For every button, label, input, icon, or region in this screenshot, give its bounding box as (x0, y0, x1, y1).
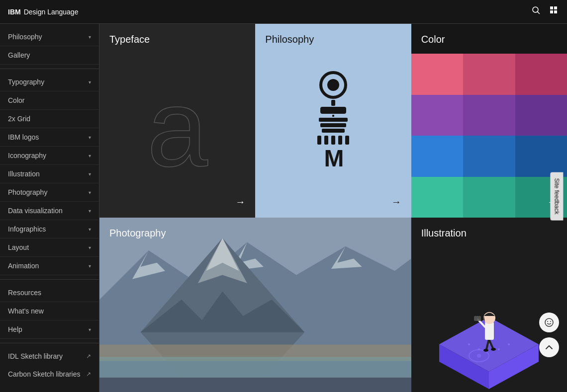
svg-point-38 (545, 318, 553, 326)
sidebar-item-photography[interactable]: Photography ▾ (0, 183, 99, 202)
sidebar-item-layout[interactable]: Layout ▾ (0, 238, 99, 257)
site-feedback-tab[interactable]: Site feedback (551, 172, 564, 220)
typeface-arrow: → (235, 196, 245, 208)
sidebar-item-color[interactable]: Color (0, 91, 99, 110)
chevron-icon: ▾ (89, 171, 91, 177)
sidebar-item-2xgrid[interactable]: 2x Grid (0, 110, 99, 128)
typeface-letter: a (147, 74, 207, 183)
svg-point-21 (468, 343, 470, 345)
svg-rect-3 (554, 6, 557, 9)
swatch-2 (463, 54, 515, 95)
header-actions (531, 5, 559, 18)
svg-point-30 (483, 349, 488, 352)
svg-rect-5 (554, 10, 557, 13)
chevron-icon: ▾ (89, 135, 91, 140)
swatch-8 (463, 136, 515, 177)
sidebar-item-iconography[interactable]: Iconography ▾ (0, 147, 99, 165)
sidebar-item-data-viz[interactable]: Data visualization ▾ (0, 202, 99, 220)
sidebar: Philosophy ▾ Gallery Typography ▾ Color … (0, 24, 99, 392)
divider (0, 343, 99, 343)
svg-point-31 (491, 348, 496, 351)
sidebar-item-help[interactable]: Help ▾ (0, 320, 99, 339)
main-layout: Philosophy ▾ Gallery Typography ▾ Color … (0, 24, 567, 392)
philosophy-arrow: → (391, 196, 401, 208)
color-title: Color (421, 34, 445, 45)
divider (0, 69, 99, 69)
sidebar-link-idl-sketch[interactable]: IDL Sketch library ↗ (0, 347, 99, 365)
svg-point-39 (547, 321, 548, 322)
chevron-icon: ▾ (89, 227, 91, 232)
sidebar-item-resources[interactable]: Resources (0, 284, 99, 302)
swatch-7 (411, 136, 463, 177)
sidebar-item-ibm-logos[interactable]: IBM logos ▾ (0, 128, 99, 147)
sidebar-item-infographics[interactable]: Infographics ▾ (0, 220, 99, 238)
chevron-icon: ▾ (89, 263, 91, 269)
card-color[interactable]: Color → (411, 24, 567, 218)
card-illustration[interactable]: Illustration (411, 218, 567, 392)
emoji-button[interactable] (539, 313, 559, 332)
swatch-10 (411, 177, 463, 218)
swatch-4 (411, 95, 463, 136)
chevron-icon: ▾ (89, 190, 91, 195)
swatch-6 (515, 95, 567, 136)
ibm-brand: IBM (8, 8, 21, 16)
scroll-up-button[interactable] (539, 337, 559, 357)
svg-line-1 (538, 12, 540, 14)
ibm-bee-illustration: M (317, 71, 349, 170)
illustration-title: Illustration (421, 228, 467, 239)
sidebar-item-animation[interactable]: Animation ▾ (0, 257, 99, 275)
svg-point-25 (508, 343, 510, 345)
chevron-icon: ▾ (89, 208, 91, 214)
grid-icon[interactable] (549, 5, 559, 18)
chevron-icon: ▾ (89, 34, 91, 40)
logo: IBM Design Language (8, 8, 78, 16)
sidebar-item-philosophy[interactable]: Philosophy ▾ (0, 28, 99, 46)
illustration-scene (439, 262, 539, 392)
chevron-icon: ▾ (89, 327, 91, 332)
typeface-title: Typeface (109, 34, 150, 45)
swatch-5 (463, 95, 515, 136)
chevron-icon: ▾ (89, 245, 91, 250)
color-swatches (411, 54, 567, 218)
card-philosophy[interactable]: Philosophy (255, 24, 411, 218)
sidebar-item-whats-new[interactable]: What's new (0, 302, 99, 320)
sidebar-item-gallery[interactable]: Gallery (0, 46, 99, 65)
philosophy-title: Philosophy (265, 34, 314, 45)
swatch-9 (515, 136, 567, 177)
photography-title: Photography (109, 228, 166, 239)
header: IBM Design Language (0, 0, 567, 24)
svg-rect-17 (99, 361, 411, 378)
search-icon[interactable] (531, 5, 541, 18)
svg-point-24 (498, 348, 500, 350)
swatch-3 (515, 54, 567, 95)
photography-arrow: → (391, 390, 401, 392)
content-grid: Typeface a → Philosophy (99, 24, 567, 392)
external-link-icon: ↗ (86, 371, 91, 378)
swatch-11 (463, 177, 515, 218)
svg-rect-4 (550, 10, 553, 13)
sidebar-item-illustration[interactable]: Illustration ▾ (0, 165, 99, 183)
svg-rect-34 (474, 316, 481, 321)
divider (0, 279, 99, 280)
site-title: Design Language (24, 8, 79, 16)
chevron-icon: ▾ (89, 153, 91, 158)
sidebar-link-carbon-sketch[interactable]: Carbon Sketch libraries ↗ (0, 365, 99, 383)
svg-point-0 (533, 7, 538, 12)
swatch-1 (411, 54, 463, 95)
mountain-svg (99, 218, 411, 378)
card-photography[interactable]: Photography (99, 218, 411, 392)
chevron-icon: ▾ (89, 79, 91, 85)
illustration-arrow: → (547, 390, 557, 392)
svg-rect-2 (550, 6, 553, 9)
card-typeface[interactable]: Typeface a → (99, 24, 255, 218)
svg-point-27 (477, 354, 481, 358)
sidebar-item-typography[interactable]: Typography ▾ (0, 73, 99, 91)
external-link-icon: ↗ (86, 353, 91, 360)
svg-rect-32 (485, 322, 494, 340)
svg-point-40 (550, 321, 551, 322)
